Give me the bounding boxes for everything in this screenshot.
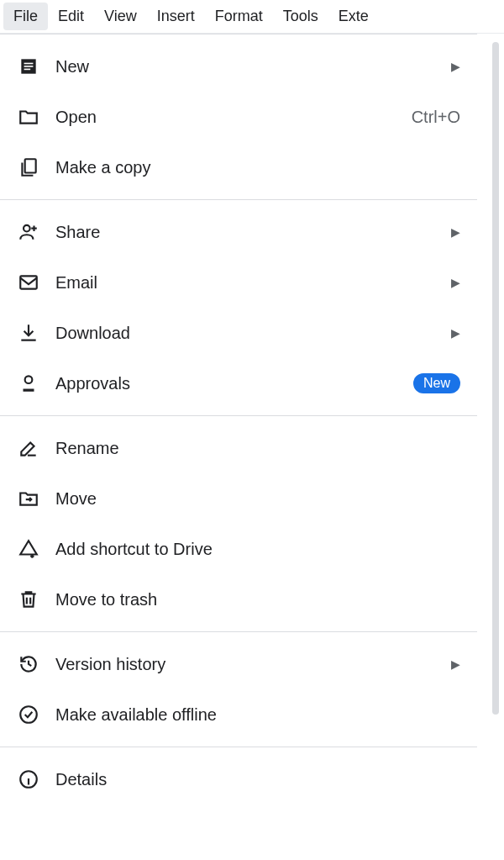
menu-item-label: Make available offline xyxy=(55,705,460,725)
menu-format[interactable]: Format xyxy=(205,3,273,30)
menu-item-label: New xyxy=(55,57,451,77)
history-icon xyxy=(17,652,40,676)
chevron-right-icon: ▶ xyxy=(451,276,460,289)
scrollbar[interactable] xyxy=(492,42,499,715)
chevron-right-icon: ▶ xyxy=(451,225,460,239)
svg-rect-0 xyxy=(24,63,34,65)
offline-check-icon xyxy=(17,703,40,726)
menu-item-label: Version history xyxy=(55,655,451,674)
svg-point-7 xyxy=(20,706,37,723)
chevron-right-icon: ▶ xyxy=(451,657,460,671)
menu-item-move[interactable]: Move xyxy=(0,473,477,524)
chevron-right-icon: ▶ xyxy=(451,60,460,73)
menu-item-label: Rename xyxy=(55,439,460,458)
menu-item-details[interactable]: Details xyxy=(0,754,477,805)
menu-item-label: Email xyxy=(55,273,451,293)
trash-icon xyxy=(17,588,40,611)
menu-item-rename[interactable]: Rename xyxy=(0,423,477,473)
divider xyxy=(0,747,477,747)
folder-move-icon xyxy=(17,487,40,510)
menu-view[interactable]: View xyxy=(94,3,147,30)
menu-item-version-history[interactable]: Version history ▶ xyxy=(0,639,477,689)
menu-item-label: Download xyxy=(55,324,451,343)
divider xyxy=(0,631,477,632)
menubar: File Edit View Insert Format Tools Exte xyxy=(0,0,504,34)
svg-point-6 xyxy=(25,376,33,383)
chevron-right-icon: ▶ xyxy=(451,326,460,340)
menu-item-label: Share xyxy=(55,223,451,242)
menu-item-new[interactable]: New ▶ xyxy=(0,41,477,92)
menu-item-share[interactable]: Share ▶ xyxy=(0,207,477,257)
svg-rect-5 xyxy=(20,276,37,288)
menu-item-label: Details xyxy=(55,770,460,789)
file-dropdown: New ▶ Open Ctrl+O Make a copy Share ▶ Em… xyxy=(0,34,477,811)
info-icon xyxy=(17,768,40,791)
menu-item-label: Approvals xyxy=(55,374,413,393)
menu-item-available-offline[interactable]: Make available offline xyxy=(0,689,477,740)
svg-point-4 xyxy=(24,225,30,232)
svg-rect-2 xyxy=(24,69,31,71)
menu-tools[interactable]: Tools xyxy=(273,3,328,30)
divider xyxy=(0,415,477,416)
copy-icon xyxy=(17,156,40,179)
email-icon xyxy=(17,271,40,294)
menu-insert[interactable]: Insert xyxy=(147,3,205,30)
svg-rect-1 xyxy=(24,66,34,67)
divider xyxy=(0,199,477,200)
person-add-icon xyxy=(17,220,40,244)
download-icon xyxy=(17,321,40,345)
menu-extensions[interactable]: Exte xyxy=(328,3,379,30)
menu-item-download[interactable]: Download ▶ xyxy=(0,308,477,358)
menu-item-email[interactable]: Email ▶ xyxy=(0,257,477,308)
menu-item-move-to-trash[interactable]: Move to trash xyxy=(0,574,477,625)
menu-item-open[interactable]: Open Ctrl+O xyxy=(0,92,477,142)
menu-edit[interactable]: Edit xyxy=(48,3,94,30)
document-icon xyxy=(17,55,40,78)
drive-shortcut-icon xyxy=(17,537,40,561)
menu-item-label: Open xyxy=(55,108,412,127)
svg-rect-3 xyxy=(25,159,36,172)
rename-icon xyxy=(17,436,40,460)
menu-item-make-a-copy[interactable]: Make a copy xyxy=(0,142,477,193)
menu-item-label: Add shortcut to Drive xyxy=(55,540,460,559)
menu-item-label: Make a copy xyxy=(55,158,460,177)
menu-item-add-shortcut[interactable]: Add shortcut to Drive xyxy=(0,524,477,574)
approvals-icon xyxy=(17,372,40,395)
new-badge: New xyxy=(413,373,460,393)
menu-item-label: Move to trash xyxy=(55,590,460,609)
menu-item-label: Move xyxy=(55,489,460,509)
menu-item-shortcut: Ctrl+O xyxy=(412,108,460,127)
menu-item-approvals[interactable]: Approvals New xyxy=(0,358,477,409)
folder-icon xyxy=(17,105,40,129)
menu-file[interactable]: File xyxy=(3,3,48,30)
